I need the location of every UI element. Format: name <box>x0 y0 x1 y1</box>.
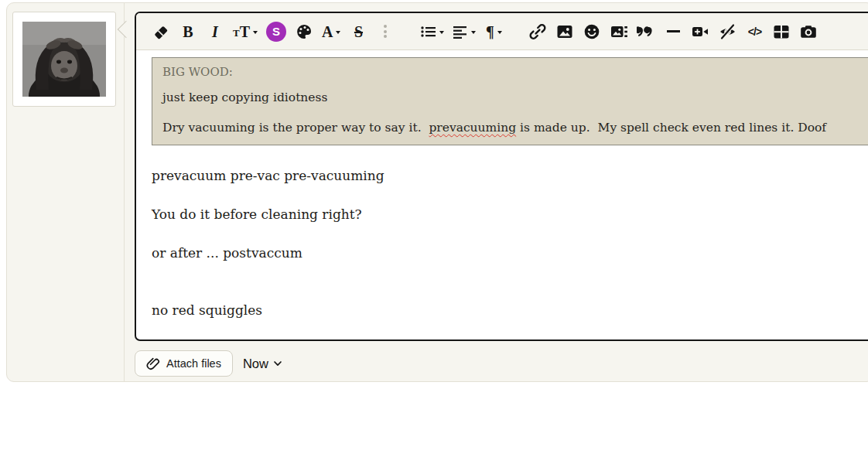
emoji-button[interactable] <box>583 19 601 44</box>
more-options-button[interactable] <box>376 19 395 44</box>
schedule-dropdown[interactable]: Now <box>243 357 282 371</box>
code-glyph: </> <box>748 26 761 38</box>
text-size-big-glyph: T <box>240 24 250 39</box>
quote-author: BIG WOOD: <box>162 65 863 79</box>
quote-icon <box>637 23 655 40</box>
image-stack-icon <box>610 23 628 40</box>
text-size-button[interactable]: TT <box>233 19 258 44</box>
s-style-button[interactable]: S <box>266 19 286 44</box>
horizontal-rule-button[interactable] <box>664 19 682 44</box>
italic-glyph: I <box>212 24 218 39</box>
chevron-down-icon <box>439 31 444 34</box>
insert-video-button[interactable] <box>691 19 709 44</box>
table-button[interactable] <box>772 19 791 44</box>
image-icon <box>556 23 573 40</box>
eye-slash-icon <box>719 23 736 40</box>
vertical-dots-icon <box>384 25 387 38</box>
table-icon <box>773 23 790 40</box>
body-paragraph: or after ... postvaccum <box>152 244 868 262</box>
strikethrough-glyph: S <box>354 24 363 39</box>
quote-text-segment: Dry vacuuming is the proper way to say i… <box>162 121 429 135</box>
paperclip-icon <box>146 357 160 370</box>
pilcrow-glyph: ¶ <box>486 24 494 39</box>
body-paragraph: prevacuum pre-vac pre-vacuuming <box>152 167 868 185</box>
editor-footer-bar: Attach files Now <box>135 350 282 377</box>
palette-icon <box>296 23 313 40</box>
italic-button[interactable]: I <box>206 19 224 44</box>
post-editor-panel: B I TT S <box>6 2 868 382</box>
code-button[interactable]: </> <box>745 19 764 44</box>
paragraph-format-button[interactable]: ¶ <box>484 19 503 44</box>
eraser-icon <box>152 23 169 40</box>
chevron-down-icon <box>253 31 258 34</box>
attach-files-label: Attach files <box>166 357 221 370</box>
page: B I TT S <box>0 0 868 464</box>
body-paragraph: You do it before cleaning right? <box>152 206 868 223</box>
text-size-small-glyph: T <box>233 28 240 38</box>
empty-paragraph <box>152 283 868 302</box>
attach-files-button[interactable]: Attach files <box>135 350 233 377</box>
quote-text-line: Dry vacuuming is the proper way to say i… <box>162 121 863 135</box>
link-icon <box>529 23 546 40</box>
text-color-button[interactable] <box>295 19 313 44</box>
camera-icon <box>800 23 817 40</box>
bold-glyph: B <box>183 24 193 39</box>
camera-button[interactable] <box>799 19 818 44</box>
strikethrough-button[interactable]: S <box>349 19 367 44</box>
editor-content-area[interactable]: BIG WOOD: just keep copying idiotness Dr… <box>136 50 868 319</box>
insert-link-button[interactable] <box>528 19 547 44</box>
body-paragraph: no red squiggles <box>152 302 868 319</box>
quote-text-line: just keep copying idiotness <box>162 90 863 104</box>
list-icon <box>420 23 436 40</box>
insert-gallery-media-button[interactable] <box>610 19 628 44</box>
font-family-button[interactable]: A <box>322 19 340 44</box>
insert-image-button[interactable] <box>555 19 574 44</box>
list-button[interactable] <box>420 19 444 44</box>
quote-text-segment: is made up. My spell check even red line… <box>516 121 826 135</box>
remove-formatting-button[interactable] <box>152 19 170 44</box>
align-left-icon <box>453 23 468 40</box>
chevron-down-icon <box>273 359 282 368</box>
quote-button[interactable] <box>637 19 655 44</box>
dash-icon <box>667 30 680 32</box>
spoiler-button[interactable] <box>718 19 736 44</box>
bold-button[interactable]: B <box>179 19 197 44</box>
chevron-down-icon <box>471 31 476 34</box>
editor-toolbar: B I TT S <box>136 13 868 50</box>
font-family-glyph: A <box>322 24 333 39</box>
chevron-down-icon <box>336 31 340 34</box>
rich-text-editor: B I TT S <box>135 12 868 341</box>
video-plus-icon <box>692 23 709 40</box>
smiley-icon <box>583 23 600 40</box>
misspelled-word: prevacuuming <box>429 121 516 135</box>
schedule-label: Now <box>243 357 268 371</box>
avatar-column <box>7 3 125 381</box>
s-badge-icon: S <box>266 22 286 42</box>
chimpanzee-avatar-image <box>22 22 106 97</box>
chevron-down-icon <box>497 31 502 34</box>
quoted-message-block: BIG WOOD: just keep copying idiotness Dr… <box>152 57 868 145</box>
avatar[interactable] <box>12 12 116 107</box>
alignment-button[interactable] <box>453 19 476 44</box>
